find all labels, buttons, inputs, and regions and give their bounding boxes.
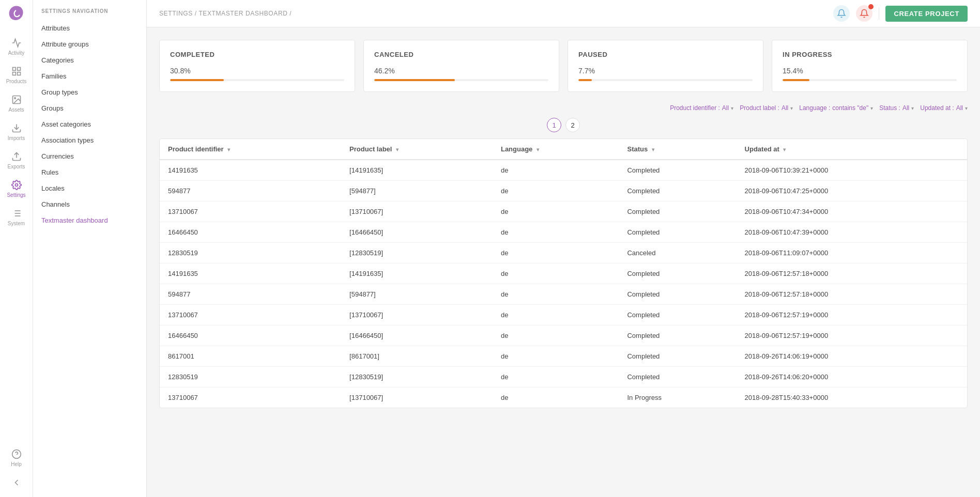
stat-completed-value: 30.8% bbox=[170, 67, 344, 75]
cell-product-label: [16466450] bbox=[341, 325, 493, 346]
filter-status[interactable]: Status : All bbox=[879, 104, 914, 112]
cell-status: In Progress bbox=[619, 387, 736, 408]
stat-completed-title: COMPLETED bbox=[170, 51, 344, 58]
content-area: COMPLETED 30.8% CANCELED 46.2% PAUSED 7.… bbox=[147, 27, 980, 497]
cell-status: Completed bbox=[619, 222, 736, 243]
page-2-button[interactable]: 2 bbox=[565, 118, 580, 132]
cell-updated-at: 2018-09-06T12:57:19+0000 bbox=[737, 325, 967, 346]
stat-canceled-progress-bg bbox=[374, 79, 548, 81]
stat-in-progress-progress-bg bbox=[783, 79, 957, 81]
sidebar-item-assets[interactable]: Assets bbox=[0, 89, 33, 118]
cell-status: Completed bbox=[619, 201, 736, 222]
table-row: 14191635[14191635]deCompleted2018-09-06T… bbox=[160, 160, 967, 181]
table-header-row: Product identifier ▾ Product label ▾ Lan… bbox=[160, 139, 967, 160]
col-header-language[interactable]: Language ▾ bbox=[493, 139, 619, 160]
nav-item-channels[interactable]: Channels bbox=[33, 196, 146, 212]
svg-rect-3 bbox=[17, 72, 20, 75]
language-sort-icon: ▾ bbox=[537, 147, 539, 152]
filter-updated-at[interactable]: Updated at : All bbox=[920, 104, 968, 112]
table-row: 594877[594877]deCompleted2018-09-06T12:5… bbox=[160, 284, 967, 305]
sidebar-item-settings[interactable]: Settings bbox=[0, 175, 33, 203]
nav-item-families[interactable]: Families bbox=[33, 68, 146, 84]
table-row: 14191635[14191635]deCompleted2018-09-06T… bbox=[160, 263, 967, 284]
filter-language[interactable]: Language : contains "de" bbox=[799, 104, 873, 112]
sidebar-item-system[interactable]: System bbox=[0, 203, 33, 231]
cell-product-label: [14191635] bbox=[341, 263, 493, 284]
cell-product-label: [13710067] bbox=[341, 387, 493, 408]
cell-language: de bbox=[493, 263, 619, 284]
svg-point-5 bbox=[14, 98, 15, 99]
product-label-sort-icon: ▾ bbox=[396, 147, 399, 152]
breadcrumb: SETTINGS / TEXTMASTER DASHBOARD / bbox=[159, 10, 292, 17]
cell-product-identifier: 8617001 bbox=[160, 346, 341, 367]
cell-product-label: [12830519] bbox=[341, 243, 493, 263]
col-header-product-identifier[interactable]: Product identifier ▾ bbox=[160, 139, 341, 160]
svg-point-8 bbox=[15, 184, 18, 187]
nav-item-group-types[interactable]: Group types bbox=[33, 84, 146, 100]
sidebar-item-help[interactable]: Help bbox=[0, 444, 33, 472]
bell-icon[interactable] bbox=[856, 5, 872, 22]
collapse-sidebar-button[interactable] bbox=[0, 472, 33, 493]
nav-item-categories[interactable]: Categories bbox=[33, 52, 146, 68]
divider bbox=[879, 7, 879, 20]
nav-item-currencies[interactable]: Currencies bbox=[33, 148, 146, 164]
sidebar-item-products[interactable]: Products bbox=[0, 61, 33, 89]
svg-rect-1 bbox=[17, 68, 20, 71]
cell-status: Completed bbox=[619, 325, 736, 346]
col-header-status[interactable]: Status ▾ bbox=[619, 139, 736, 160]
cell-product-identifier: 14191635 bbox=[160, 263, 341, 284]
cell-language: de bbox=[493, 181, 619, 201]
cell-status: Completed bbox=[619, 181, 736, 201]
stat-paused-value: 7.7% bbox=[578, 67, 753, 75]
stats-cards: COMPLETED 30.8% CANCELED 46.2% PAUSED 7.… bbox=[159, 40, 968, 92]
product-identifier-sort-icon: ▾ bbox=[227, 147, 230, 152]
topbar-actions: CREATE PROJECT bbox=[833, 5, 968, 22]
col-header-product-label[interactable]: Product label ▾ bbox=[341, 139, 493, 160]
nav-item-rules[interactable]: Rules bbox=[33, 164, 146, 180]
nav-item-locales[interactable]: Locales bbox=[33, 180, 146, 196]
stat-card-in-progress: IN PROGRESS 15.4% bbox=[772, 40, 968, 92]
notification-badge bbox=[868, 4, 874, 9]
stat-paused-progress-fill bbox=[578, 79, 592, 81]
cell-product-label: [8617001] bbox=[341, 346, 493, 367]
cell-updated-at: 2018-09-28T15:40:33+0000 bbox=[737, 387, 967, 408]
cell-language: de bbox=[493, 222, 619, 243]
cell-status: Completed bbox=[619, 263, 736, 284]
cell-updated-at: 2018-09-26T14:06:19+0000 bbox=[737, 346, 967, 367]
table-row: 16466450[16466450]deCompleted2018-09-06T… bbox=[160, 325, 967, 346]
svg-rect-0 bbox=[12, 68, 16, 71]
sidebar-item-exports[interactable]: Exports bbox=[0, 146, 33, 175]
cell-product-label: [13710067] bbox=[341, 201, 493, 222]
nav-item-attribute-groups[interactable]: Attribute groups bbox=[33, 36, 146, 52]
cell-updated-at: 2018-09-06T10:47:25+0000 bbox=[737, 181, 967, 201]
cell-product-identifier: 16466450 bbox=[160, 325, 341, 346]
cell-product-label: [14191635] bbox=[341, 160, 493, 181]
page-1-button[interactable]: 1 bbox=[547, 118, 561, 132]
stat-completed-progress-fill bbox=[170, 79, 224, 81]
col-header-updated-at[interactable]: Updated at ▾ bbox=[737, 139, 967, 160]
sidebar-item-imports[interactable]: Imports bbox=[0, 118, 33, 146]
stat-card-paused: PAUSED 7.7% bbox=[568, 40, 763, 92]
filter-product-identifier[interactable]: Product identifier : All bbox=[670, 104, 733, 112]
sidebar-item-activity[interactable]: Activity bbox=[0, 33, 33, 61]
nav-item-asset-categories[interactable]: Asset categories bbox=[33, 116, 146, 132]
nav-item-textmaster-dashboard[interactable]: Textmaster dashboard bbox=[33, 212, 146, 228]
filter-product-label[interactable]: Product label : All bbox=[740, 104, 793, 112]
notifications-icon[interactable] bbox=[833, 5, 850, 22]
cell-status: Completed bbox=[619, 305, 736, 325]
cell-language: de bbox=[493, 305, 619, 325]
create-project-button[interactable]: CREATE PROJECT bbox=[885, 6, 968, 22]
cell-language: de bbox=[493, 346, 619, 367]
data-table: Product identifier ▾ Product label ▾ Lan… bbox=[159, 138, 968, 408]
stat-canceled-title: CANCELED bbox=[374, 51, 548, 58]
cell-status: Completed bbox=[619, 346, 736, 367]
cell-language: de bbox=[493, 243, 619, 263]
stat-in-progress-progress-fill bbox=[783, 79, 809, 81]
nav-item-association-types[interactable]: Association types bbox=[33, 132, 146, 148]
svg-rect-2 bbox=[12, 72, 16, 75]
nav-item-groups[interactable]: Groups bbox=[33, 100, 146, 116]
nav-item-attributes[interactable]: Attributes bbox=[33, 20, 146, 36]
stat-completed-progress-bg bbox=[170, 79, 344, 81]
cell-product-label: [13710067] bbox=[341, 305, 493, 325]
cell-status: Completed bbox=[619, 284, 736, 305]
